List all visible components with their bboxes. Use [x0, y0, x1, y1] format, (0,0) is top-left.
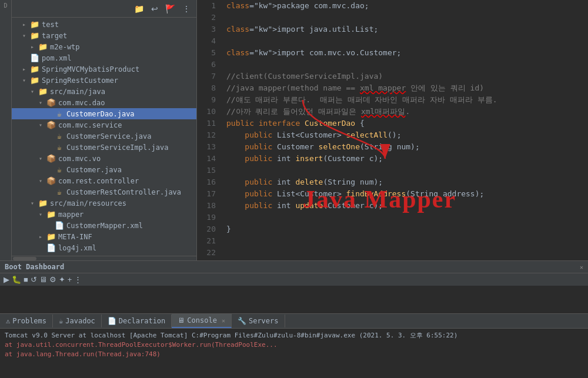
line-number-1: 1 [202, 0, 216, 12]
boot-dashboard-toolbar: ▶ 🐛 ■ ↺ 🖥 ⚙ ✦ + ⋮ [0, 273, 588, 286]
tree-item-com.mvc.vo[interactable]: ▾📦com.mvc.vo [12, 153, 196, 164]
code-line-5[interactable]: class="kw">import com.mvc.vo.Customer; [226, 47, 582, 59]
code-line-21[interactable] [226, 235, 582, 247]
code-line-13[interactable]: public Customer selectOne(String num); [226, 141, 582, 153]
tree-icon-package: 📦 [46, 98, 56, 107]
tree-item-customer.java[interactable]: ☕Customer.java [12, 164, 196, 175]
boot-console-btn[interactable]: 🖥 [39, 275, 47, 284]
tree-item-customerservice.java[interactable]: ☕CustomerService.java [12, 131, 196, 142]
boot-refresh-btn[interactable]: ↺ [31, 275, 37, 284]
code-line-1[interactable]: class="kw">package com.mvc.dao; [226, 0, 582, 12]
line-number-5: 5 [202, 47, 216, 59]
code-line-17[interactable]: public List<Customer> findByAddress(Stri… [226, 188, 582, 200]
code-line-18[interactable]: public int update(Customer c); [226, 200, 582, 212]
tree-arrow: ▾ [31, 200, 38, 206]
tree-arrow: ▾ [39, 211, 46, 218]
tab-icon-servers: 🔧 [238, 317, 246, 325]
tree-item-test[interactable]: ▸📁test [12, 19, 196, 30]
sidebar-back-btn[interactable]: ↩ [149, 3, 161, 15]
code-line-9[interactable]: //얘도 매퍼라 부른다. 매퍼는 매퍼데 자바인 매퍼라 자바 매퍼라 부름. [226, 94, 582, 106]
tree-arrow: ▸ [31, 44, 38, 50]
tree-item-customermapper.xml[interactable]: 📄CustomerMapper.xml [12, 220, 196, 231]
tree-item-com.mvc.dao[interactable]: ▾📦com.mvc.dao [12, 97, 196, 108]
tab-icon-javadoc: ☕ [59, 317, 63, 325]
code-line-12[interactable]: public List<Customer> selectAll(); [226, 129, 582, 141]
tree-label: com.rest.controller [58, 177, 139, 185]
bottom-tab-javadoc[interactable]: ☕Javadoc [53, 315, 102, 327]
tree-item-target[interactable]: ▾📁target [12, 30, 196, 41]
sidebar-horizontal-scrollbar[interactable] [12, 256, 196, 260]
line-number-12: 12 [202, 129, 216, 141]
tree-item-m2e-wtp[interactable]: ▸📁m2e-wtp [12, 41, 196, 52]
code-area[interactable]: class="kw">package com.mvc.dao; class="k… [220, 0, 588, 260]
line-number-11: 11 [202, 118, 216, 129]
tree-icon-folder: 📁 [29, 65, 40, 73]
tree-label: m2e-wtp [50, 43, 80, 51]
tree-label: src/main/java [50, 88, 105, 96]
boot-new-btn[interactable]: ✦ [59, 275, 65, 284]
tree-icon-folder: 📁 [38, 42, 48, 51]
tab-close-console[interactable]: ✕ [222, 317, 225, 324]
code-line-20[interactable]: } [226, 223, 582, 235]
tab-icon-declaration: 📄 [108, 317, 116, 325]
tree-item-com.rest.controller[interactable]: ▾📦com.rest.controller [12, 175, 196, 186]
tree-item-src-main-resources[interactable]: ▾📁src/main/resources [12, 198, 196, 209]
tab-label-problems: Problems [12, 317, 46, 325]
tab-icon-console: 🖥 [178, 316, 185, 325]
boot-stop-btn[interactable]: ■ [24, 275, 28, 284]
code-line-10[interactable]: //아까 쿼리로 들어있던 매퍼파일은 xml매퍼파일. [226, 106, 582, 118]
line-number-8: 8 [202, 82, 216, 94]
line-number-23: 23 [202, 259, 216, 260]
tree-item-log4j.xml[interactable]: 📄log4j.xml [12, 242, 196, 253]
code-line-2[interactable] [226, 12, 582, 24]
tree-icon-folder: 📁 [38, 199, 48, 208]
sidebar-collapse-btn[interactable]: 📁 [132, 3, 146, 15]
code-line-22[interactable] [226, 247, 582, 259]
boot-debug-btn[interactable]: 🐛 [12, 275, 21, 284]
code-line-23[interactable] [226, 259, 582, 260]
boot-properties-btn[interactable]: ⚙ [49, 275, 56, 284]
tree-item-mapper[interactable]: ▾📁mapper [12, 209, 196, 220]
bottom-tab-servers[interactable]: 🔧Servers [232, 315, 285, 327]
code-line-16[interactable]: public int delete(String num); [226, 176, 582, 188]
line-number-3: 3 [202, 24, 216, 35]
tree-item-springmvcmybatisproduct[interactable]: ▸📁SpringMVCMybatisProduct [12, 63, 196, 75]
sidebar-more-btn[interactable]: ⋮ [180, 3, 193, 15]
tree-item-meta-inf[interactable]: ▸📁META-INF [12, 231, 196, 242]
tree-label: SpringMVCMybatisProduct [42, 65, 139, 73]
boot-dashboard-close[interactable]: ✕ [580, 264, 583, 270]
code-line-4[interactable] [226, 35, 582, 47]
tree-item-customerdao.java[interactable]: ☕CustomerDao.java [12, 108, 196, 119]
sidebar-toolbar: 📁 ↩ 🚩 ⋮ [12, 0, 196, 18]
boot-add-btn[interactable]: + [68, 275, 72, 284]
boot-dashboard-panel: Boot Dashboard ✕ ▶ 🐛 ■ ↺ 🖥 ⚙ ✦ + ⋮ [0, 260, 588, 313]
line-number-6: 6 [202, 59, 216, 71]
boot-run-btn[interactable]: ▶ [4, 275, 9, 284]
sidebar: 📁 ↩ 🚩 ⋮ ▸📁test▾📁target▸📁m2e-wtp📄pom.xml▸… [12, 0, 197, 260]
line-number-2: 2 [202, 12, 216, 24]
tree-label: pom.xml [42, 54, 72, 62]
code-line-8[interactable]: //java mapper(method name == xml mapper … [226, 82, 582, 94]
code-line-14[interactable]: public int insert(Customer c); [226, 153, 582, 165]
tree-item-com.mvc.service[interactable]: ▾📦com.mvc.service [12, 119, 196, 131]
tree-item-pom.xml[interactable]: 📄pom.xml [12, 52, 196, 63]
bottom-tab-declaration[interactable]: 📄Declaration [102, 315, 172, 327]
tree-label: target [42, 32, 67, 40]
code-line-7[interactable]: //client(CustomerServiceImpl.java) [226, 71, 582, 82]
code-line-15[interactable] [226, 165, 582, 176]
boot-more-btn[interactable]: ⋮ [74, 275, 82, 284]
tree-item-src-main-java[interactable]: ▾📁src/main/java [12, 86, 196, 97]
bottom-tab-console[interactable]: 🖥Console✕ [172, 314, 232, 328]
tree-arrow: ▾ [31, 88, 38, 95]
tree-item-customerrestcontroller.java[interactable]: ☕CustomerRestController.java [12, 186, 196, 198]
code-line-19[interactable] [226, 212, 582, 223]
tree-item-springrestcustomer[interactable]: ▾📁SpringRestCustomer [12, 75, 196, 86]
boot-dashboard-title: Boot Dashboard [5, 263, 580, 271]
sidebar-forward-btn[interactable]: 🚩 [163, 3, 178, 15]
code-line-3[interactable]: class="kw">import java.util.List; [226, 24, 582, 35]
bottom-tab-problems[interactable]: ⚠Problems [0, 315, 53, 327]
line-number-21: 21 [202, 235, 216, 247]
code-line-11[interactable]: public interface CustomerDao { [226, 118, 582, 129]
code-line-6[interactable] [226, 59, 582, 71]
tree-item-customerserviceimpl.java[interactable]: ☕CustomerServiceImpl.java [12, 142, 196, 153]
